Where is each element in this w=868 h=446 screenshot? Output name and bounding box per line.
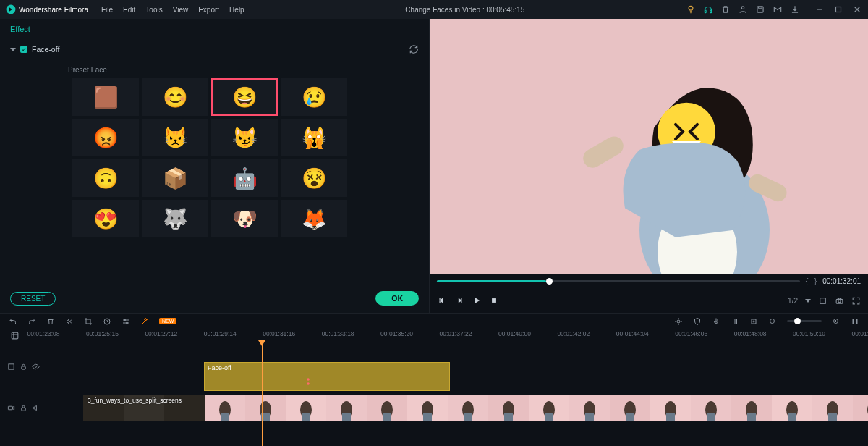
trash-icon[interactable] [720, 4, 731, 14]
mail-icon[interactable] [773, 4, 783, 14]
preset-face-13[interactable]: 🐺 [142, 200, 208, 237]
chevron-down-icon[interactable] [805, 299, 811, 303]
menu-export[interactable]: Export [198, 6, 219, 14]
next-frame-icon[interactable] [454, 295, 464, 306]
preset-face-3[interactable]: 😢 [281, 78, 347, 116]
app-name-label: Wondershare Filmora [19, 6, 88, 14]
maximize-icon[interactable] [833, 4, 843, 14]
faceoff-checkbox[interactable]: ✓ [20, 46, 27, 53]
preset-face-1[interactable]: 😊 [142, 78, 208, 116]
svg-rect-65 [504, 413, 513, 421]
lock-icon[interactable] [20, 363, 27, 371]
video-thumbnail [610, 395, 650, 421]
mute-icon[interactable] [32, 404, 40, 412]
crop-icon[interactable] [84, 317, 93, 326]
audio-mixer-icon[interactable] [731, 317, 739, 326]
menu-tools[interactable]: Tools [145, 6, 162, 14]
speed-icon[interactable] [103, 317, 111, 326]
effect-clip[interactable]: Face-off [204, 362, 450, 391]
undo-icon[interactable] [9, 317, 17, 326]
preset-face-0[interactable]: 🟫 [72, 78, 139, 116]
preset-face-9[interactable]: 📦 [142, 159, 208, 197]
reset-button[interactable]: RESET [10, 292, 56, 306]
preset-face-7[interactable]: 🙀 [281, 119, 347, 156]
preset-face-14[interactable]: 🐶 [211, 200, 278, 237]
zoom-out-icon[interactable] [768, 317, 777, 326]
svg-rect-3 [710, 10, 712, 13]
svg-point-34 [35, 366, 37, 367]
prev-frame-icon[interactable] [437, 295, 447, 306]
svg-point-19 [67, 322, 69, 324]
collapse-icon[interactable] [10, 48, 16, 51]
effect-track-icon[interactable] [7, 363, 15, 371]
svg-rect-32 [9, 363, 14, 369]
preset-face-12[interactable]: 😍 [72, 200, 139, 237]
scissors-icon[interactable] [305, 376, 315, 388]
fullscreen-icon[interactable] [851, 296, 861, 306]
snapshot-icon[interactable] [835, 296, 844, 306]
play-icon[interactable] [472, 295, 482, 306]
menu-file[interactable]: File [101, 6, 113, 14]
video-thumbnail [245, 395, 286, 421]
preset-face-label: Preset Face [0, 60, 429, 78]
video-track-icon[interactable] [7, 404, 15, 412]
save-icon[interactable] [755, 4, 765, 14]
svg-rect-90 [853, 395, 868, 421]
svg-rect-83 [747, 413, 756, 421]
zoom-slider[interactable] [787, 320, 822, 322]
mic-icon[interactable] [712, 317, 720, 326]
adjust-icon[interactable] [122, 317, 130, 326]
video-thumbnail [650, 395, 691, 421]
menu-edit[interactable]: Edit [123, 6, 135, 14]
refresh-icon[interactable] [409, 44, 419, 54]
lightbulb-icon[interactable] [686, 4, 696, 14]
preset-face-8[interactable]: 🙃 [72, 159, 139, 197]
preset-face-6[interactable]: 😼 [211, 119, 278, 156]
magic-icon[interactable] [140, 317, 149, 326]
preset-face-15[interactable]: 🦊 [281, 200, 347, 237]
svg-point-23 [677, 320, 680, 323]
redo-icon[interactable] [27, 317, 36, 326]
ok-button[interactable]: OK [375, 291, 419, 306]
download-icon[interactable] [790, 4, 800, 14]
timeline-ruler[interactable]: 00:01:23:0800:01:25:1500:01:27:1200:01:2… [43, 329, 868, 342]
visibility-icon[interactable] [32, 363, 40, 371]
timeline-media-icon[interactable] [10, 331, 20, 340]
preview-progress[interactable] [437, 280, 800, 282]
ruler-tick: 00:01:46:06 [675, 330, 707, 337]
svg-rect-77 [666, 413, 675, 421]
preset-face-4[interactable]: 😡 [72, 119, 139, 156]
preset-face-2[interactable]: 😆 [211, 78, 278, 116]
marker-icon[interactable] [674, 317, 683, 326]
svg-rect-53 [342, 413, 351, 421]
close-icon[interactable] [852, 4, 862, 14]
delete-icon[interactable] [46, 317, 55, 326]
tab-effect[interactable]: Effect [0, 19, 429, 38]
menu-help[interactable]: Help [229, 6, 244, 14]
lock-icon[interactable] [20, 404, 27, 412]
preset-face-5[interactable]: 😾 [142, 119, 208, 156]
user-icon[interactable] [738, 4, 748, 14]
svg-rect-71 [585, 413, 594, 421]
zoom-fit-icon[interactable] [749, 317, 758, 326]
svg-rect-86 [788, 413, 796, 421]
video-thumbnail [488, 395, 529, 421]
timeline-settings-icon[interactable] [851, 317, 859, 326]
playhead[interactable] [262, 342, 263, 446]
ruler-tick: 00:01:29:14 [204, 330, 237, 337]
video-thumbnail [529, 395, 569, 421]
preset-face-11[interactable]: 😵 [281, 159, 347, 197]
minimize-icon[interactable] [814, 4, 825, 14]
svg-point-22 [127, 322, 128, 324]
svg-rect-15 [820, 298, 826, 303]
shield-icon[interactable] [693, 317, 702, 326]
preset-face-10[interactable]: 🤖 [211, 159, 278, 197]
headphones-icon[interactable] [703, 4, 713, 14]
split-icon[interactable] [65, 317, 74, 326]
svg-point-35 [307, 378, 310, 381]
zoom-in-icon[interactable] [832, 317, 841, 326]
video-clip[interactable]: 3_fun_ways_to_use_split_screens [83, 395, 868, 421]
menu-view[interactable]: View [173, 6, 189, 14]
crop-marker-icon[interactable] [818, 296, 827, 306]
stop-icon[interactable] [489, 295, 499, 306]
